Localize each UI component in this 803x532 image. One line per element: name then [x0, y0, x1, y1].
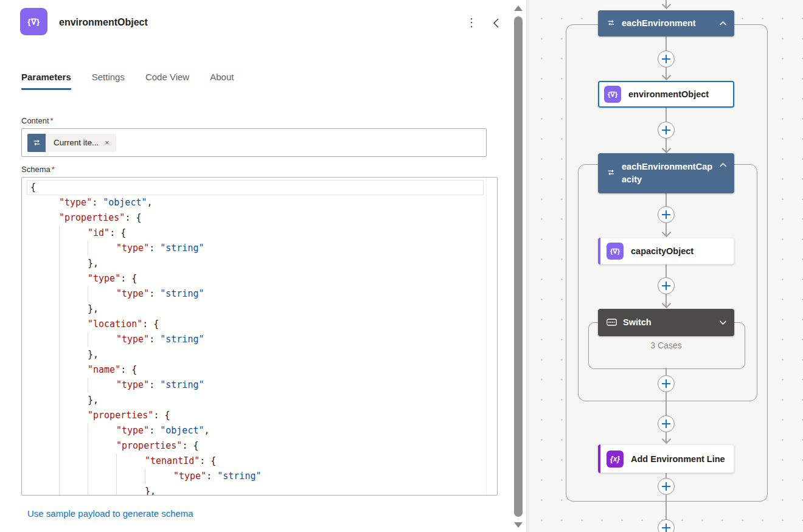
insert-step-button[interactable]: [658, 206, 675, 223]
parse-json-icon: {∇}: [20, 8, 47, 35]
code-line: "location": {: [22, 317, 497, 332]
code-line: "type": {: [22, 271, 497, 286]
loop-icon: [607, 18, 616, 29]
code-line: "tenantId": {: [22, 454, 497, 469]
node-title: Add Environment Line: [631, 454, 725, 464]
page-title: environmentObject: [59, 17, 148, 28]
loop-icon: [27, 134, 46, 152]
add-environment-line-node[interactable]: {x} Add Environment Line: [598, 444, 734, 473]
schema-editor[interactable]: {"type": "object","properties": {"id": {…: [21, 177, 498, 496]
code-line: "type": "object",: [22, 195, 497, 210]
code-line: },: [22, 347, 497, 362]
current-item-token[interactable]: Current ite... ×: [27, 134, 116, 152]
code-line: },: [22, 484, 497, 496]
loop-icon: [607, 168, 616, 179]
collapse-panel-icon[interactable]: [489, 16, 504, 30]
scroll-down-icon[interactable]: [514, 522, 523, 528]
remove-token-icon[interactable]: ×: [102, 139, 116, 147]
code-line: "properties": {: [22, 210, 497, 226]
parse-json-icon: {∇}: [604, 86, 621, 103]
insert-step-button[interactable]: [658, 277, 675, 294]
generate-schema-link[interactable]: Use sample payload to generate schema: [27, 508, 193, 519]
schema-field-label: Schema*: [21, 165, 55, 174]
insert-step-button[interactable]: [658, 375, 675, 392]
accent-stripe: [598, 444, 600, 473]
capacity-object-node[interactable]: {∇} capacityObject: [598, 238, 734, 264]
switch-title: Switch: [623, 316, 714, 329]
panel-scrollbar[interactable]: [511, 0, 526, 532]
switch-icon: [607, 318, 617, 328]
code-line: "properties": {: [22, 438, 497, 454]
tab-parameters[interactable]: Parameters: [21, 72, 71, 90]
tab-code-view[interactable]: Code View: [145, 72, 189, 90]
code-line: "type": "string": [22, 241, 497, 256]
insert-step-button[interactable]: [658, 122, 675, 139]
switch-cases-count: 3 Cases: [588, 340, 744, 350]
node-title: capacityObject: [631, 246, 693, 256]
insert-step-button[interactable]: [658, 50, 675, 67]
code-line: "id": {: [22, 226, 497, 241]
each-environment-capacity-loop-header[interactable]: eachEnvironmentCapacity: [598, 153, 734, 193]
switch-node-header[interactable]: Switch: [598, 309, 734, 336]
scrollbar-thumb[interactable]: [514, 16, 523, 517]
environment-object-node[interactable]: {∇} environmentObject: [598, 81, 734, 108]
content-field-label: Content*: [21, 116, 54, 125]
action-details-panel: {∇} environmentObject ⋮ ParametersSettin…: [0, 0, 511, 532]
loop-title: eachEnvironment: [622, 17, 714, 30]
tab-bar: ParametersSettingsCode ViewAbout: [21, 72, 234, 90]
chevron-up-icon[interactable]: [719, 162, 727, 168]
more-menu-icon[interactable]: ⋮: [464, 15, 479, 30]
insert-step-button[interactable]: [658, 519, 675, 532]
variable-icon: {x}: [607, 451, 624, 468]
token-label: Current ite...: [46, 138, 102, 147]
chevron-down-icon[interactable]: [719, 320, 727, 325]
tab-about[interactable]: About: [210, 72, 234, 90]
parse-json-icon: {∇}: [607, 243, 624, 260]
accent-stripe: [598, 238, 600, 264]
code-line: "type": "string": [22, 286, 497, 302]
flow-designer-canvas[interactable]: 3 Cases eachEnvironment {∇} environmentO…: [526, 0, 803, 532]
scroll-up-icon[interactable]: [514, 5, 523, 11]
insert-step-button[interactable]: [658, 478, 675, 495]
loop-title: eachEnvironmentCapacity: [622, 161, 714, 186]
arrowhead-icon: [662, 0, 672, 9]
code-line: },: [22, 256, 497, 271]
code-line: "type": "object",: [22, 423, 497, 438]
chevron-up-icon[interactable]: [719, 21, 727, 26]
insert-step-button[interactable]: [658, 415, 675, 432]
code-line: },: [22, 302, 497, 317]
node-title: environmentObject: [628, 89, 709, 99]
code-line: "type": "string": [22, 332, 497, 347]
content-input[interactable]: Current ite... ×: [21, 128, 487, 157]
code-line: "type": "string": [22, 469, 497, 484]
code-line: "name": {: [22, 362, 497, 378]
code-line: "properties": {: [22, 408, 497, 423]
code-line: "type": "string": [22, 378, 497, 393]
code-line: {: [22, 180, 497, 195]
tab-settings[interactable]: Settings: [92, 72, 125, 90]
each-environment-loop-header[interactable]: eachEnvironment: [598, 10, 734, 36]
code-line: },: [22, 393, 497, 408]
